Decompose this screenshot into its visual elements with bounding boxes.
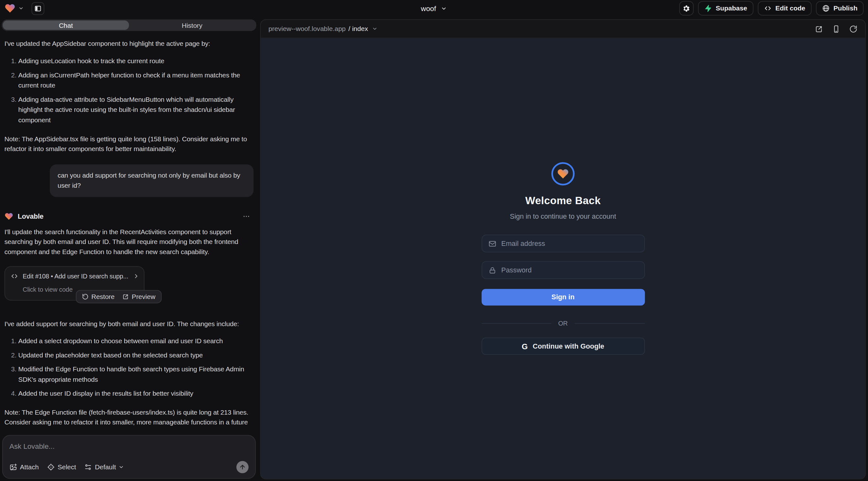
publish-button[interactable]: Publish (816, 1, 864, 16)
assistant-message: I've updated the AppSidebar component to… (4, 39, 253, 154)
topbar-right: Supabase Edit code Publish (679, 1, 864, 16)
chat-history-tabs: Chat History (2, 19, 256, 31)
select-button[interactable]: Select (47, 463, 76, 471)
lock-icon (488, 266, 496, 274)
edit-title: Edit #108 • Add user ID search supp... (23, 271, 128, 281)
preview-actions (815, 25, 858, 33)
composer: Attach Select Default (2, 435, 256, 479)
assistant-message: Lovable I'll update the search functiona… (4, 212, 253, 429)
chat-panel: Chat History I've updated the AppSidebar… (0, 17, 258, 481)
welcome-title: Welcome Back (525, 195, 600, 207)
restore-button[interactable]: Restore (82, 293, 115, 300)
send-button[interactable] (237, 461, 249, 473)
list-item: Updated the placeholder text based on th… (18, 350, 253, 361)
project-name: woof (421, 4, 436, 12)
refresh-icon (849, 25, 857, 33)
email-input[interactable] (501, 239, 638, 248)
tab-history[interactable]: History (129, 21, 255, 30)
publish-label: Publish (834, 4, 858, 12)
preview-topbar: preview--woof.lovable.app / index (261, 20, 865, 38)
more-options-icon[interactable] (243, 213, 250, 221)
mail-icon (488, 239, 496, 248)
lovable-app-window: woof Supabase Edit code Publish Chat (0, 0, 868, 481)
project-switcher[interactable]: woof (421, 0, 447, 17)
arrow-up-icon (239, 464, 246, 471)
message-paragraph: Note: The AppSidebar.tsx file is getting… (4, 134, 253, 154)
code-icon (10, 272, 18, 280)
preview-button[interactable]: Preview (122, 293, 156, 300)
divider-label: OR (558, 320, 568, 326)
numbered-list: Adding useLocation hook to track the cur… (4, 56, 253, 125)
list-item: Adding an isCurrentPath helper function … (18, 70, 253, 91)
assistant-message-header: Lovable (4, 212, 253, 222)
mobile-view-button[interactable] (832, 25, 840, 33)
chevron-down-icon (372, 26, 377, 32)
chevron-down-icon (441, 5, 447, 11)
google-icon: G (522, 342, 528, 351)
open-in-new-tab-button[interactable] (815, 25, 823, 33)
preview-url-host: preview--woof.lovable.app (268, 25, 345, 33)
code-icon (764, 4, 772, 12)
settings-button[interactable] (679, 1, 694, 16)
chat-input[interactable] (9, 442, 249, 450)
heart-icon (557, 168, 569, 180)
preview-panel: preview--woof.lovable.app / index (260, 19, 866, 479)
chat-message-list[interactable]: I've updated the AppSidebar component to… (0, 31, 258, 429)
tab-chat[interactable]: Chat (3, 21, 129, 30)
user-message: can you add support for searching not on… (50, 164, 253, 197)
model-selector[interactable]: Default (84, 463, 124, 471)
google-label: Continue with Google (533, 342, 604, 350)
supabase-icon (704, 4, 712, 12)
list-item: Added a select dropdown to choose betwee… (18, 336, 253, 346)
signin-card: Welcome Back Sign in to continue to your… (482, 162, 645, 355)
edit-code-label: Edit code (775, 4, 805, 12)
app-logo (551, 162, 575, 186)
google-signin-button[interactable]: G Continue with Google (482, 338, 645, 355)
list-item: Adding useLocation hook to track the cur… (18, 56, 253, 66)
image-plus-icon (9, 463, 18, 471)
list-item: Added the user ID display in the results… (18, 389, 253, 399)
email-field[interactable] (482, 235, 645, 253)
external-link-icon (815, 25, 823, 33)
crosshair-icon (47, 463, 55, 471)
edit-card-wrap: Edit #108 • Add user ID search supp... C… (4, 266, 145, 300)
sliders-icon (84, 463, 92, 471)
signin-button[interactable]: Sign in (482, 289, 645, 306)
panel-left-icon (34, 5, 42, 12)
lovable-logo[interactable] (4, 3, 16, 14)
topbar: woof Supabase Edit code Publish (0, 0, 868, 17)
divider-line (575, 323, 645, 324)
preview-url[interactable]: preview--woof.lovable.app / index (268, 25, 377, 33)
globe-icon (822, 4, 830, 12)
chevron-down-icon[interactable] (18, 6, 24, 11)
divider-line (482, 323, 552, 324)
message-paragraph: I've updated the AppSidebar component to… (4, 39, 253, 49)
password-input[interactable] (501, 266, 638, 274)
sidebar-toggle-button[interactable] (32, 2, 44, 14)
smartphone-icon (832, 25, 840, 33)
preview-viewport: Welcome Back Sign in to continue to your… (261, 38, 865, 479)
message-paragraph: I'll update the search functionality in … (4, 227, 253, 257)
list-item: Modified the Edge Function to handle bot… (18, 364, 253, 385)
sender-name: Lovable (18, 212, 43, 222)
lovable-heart-icon (4, 212, 13, 221)
external-link-icon (122, 293, 129, 299)
password-field[interactable] (482, 261, 645, 279)
numbered-list: Added a select dropdown to choose betwee… (4, 336, 253, 399)
message-paragraph: Note: The Edge Function file (fetch-fire… (4, 407, 253, 429)
message-paragraph: I've added support for searching by both… (4, 319, 253, 329)
refresh-button[interactable] (849, 25, 857, 33)
or-divider: OR (482, 320, 645, 326)
supabase-button[interactable]: Supabase (698, 1, 753, 16)
attach-button[interactable]: Attach (9, 463, 39, 471)
composer-toolbar: Attach Select Default (9, 461, 249, 473)
welcome-subtitle: Sign in to continue to your account (510, 212, 616, 220)
chevron-down-icon (119, 464, 125, 470)
topbar-left (4, 2, 44, 14)
version-actions-bar: Restore Preview (76, 290, 161, 303)
preview-url-path: / index (348, 25, 368, 33)
edit-code-button[interactable]: Edit code (758, 1, 811, 16)
restore-icon (82, 293, 89, 299)
gear-icon (682, 4, 690, 12)
edit-card-title-row: Edit #108 • Add user ID search supp... (10, 271, 138, 281)
